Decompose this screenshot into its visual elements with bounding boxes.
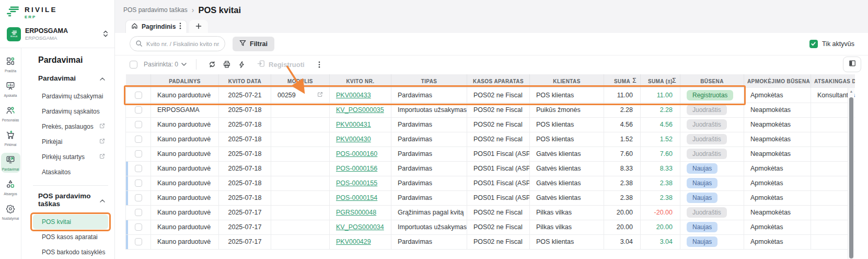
- column-header-suma[interactable]: SUMAΣ: [604, 74, 641, 88]
- table-row[interactable]: Kauno parduotuvė2025-07-18POS-0000160Par…: [126, 147, 855, 161]
- row-checkbox[interactable]: [135, 165, 142, 172]
- receipt-link[interactable]: PKV000430: [336, 136, 371, 143]
- sidebar-item-pirkėjų-sutartys[interactable]: Pirkėjų sutartys: [33, 150, 108, 164]
- row-checkbox[interactable]: [135, 106, 142, 114]
- add-tab-button[interactable]: [189, 20, 208, 33]
- vertical-scrollbar[interactable]: ▲: [848, 88, 854, 259]
- breadcrumb-parent[interactable]: POS pardavimo taškas: [123, 6, 188, 14]
- unfold-icon[interactable]: [103, 30, 108, 39]
- table-row[interactable]: Kauno parduotuvė2025-07-18PKV000430Parda…: [126, 132, 855, 147]
- table-row[interactable]: Kauno parduotuvė2025-07-2100259PKV000433…: [126, 88, 855, 103]
- rail-item-pardavimai[interactable]: Pardavimai: [1, 153, 20, 173]
- external-link-icon[interactable]: [317, 92, 323, 99]
- receipt-link[interactable]: PKV000429: [336, 238, 371, 245]
- table-row[interactable]: ERPOSGAMA2025-07-18KV_POS000035Importuot…: [126, 103, 855, 117]
- scrollbar-thumb[interactable]: [849, 97, 853, 258]
- flash-icon[interactable]: [234, 58, 249, 71]
- row-select-cell: [126, 220, 151, 234]
- row-checkbox[interactable]: [135, 194, 142, 201]
- column-header-padalinys[interactable]: PADALINYS: [151, 74, 219, 88]
- rail-item-personalas[interactable]: Personalas: [1, 104, 20, 123]
- table-row[interactable]: Kauno parduotuvė2025-07-18PKV000431Parda…: [126, 117, 855, 132]
- column-header-kvito_nr[interactable]: KVITO NR.: [330, 74, 391, 88]
- sidebar-item-label: Pirkėjai: [42, 138, 62, 145]
- sidebar-section-pos-pardavimo-taškas[interactable]: POS pardavimo taškas: [33, 186, 108, 214]
- receipt-number-cell: KV_POS000034: [330, 220, 391, 234]
- status-badge: Juodraštis: [687, 105, 727, 115]
- column-header-busena[interactable]: BŪSENA: [680, 74, 744, 88]
- rail-item-pradžia[interactable]: Pradžia: [1, 54, 20, 74]
- receipt-link[interactable]: PKV000433: [336, 92, 371, 99]
- status-badge: Juodraštis: [687, 134, 727, 144]
- sidebar-section-pardavimai[interactable]: Pardavimai: [33, 68, 108, 88]
- sidebar-item-pardavimų-užsakymai[interactable]: Pardavimų užsakymai: [33, 89, 108, 104]
- padalinys-cell: Kauno parduotuvė: [151, 190, 219, 205]
- scroll-up-icon[interactable]: ▲: [848, 88, 854, 95]
- sidebar-item-prekės-paslaugos[interactable]: Prekės, paslaugos: [33, 119, 108, 134]
- table-row[interactable]: Kauno parduotuvė2025-07-17KV_POS000034Im…: [126, 220, 855, 234]
- column-header-kvito_data[interactable]: KVITO DATA: [219, 74, 271, 88]
- rail-item-apskaita[interactable]: Apskaita: [1, 79, 20, 99]
- table-row[interactable]: Kauno parduotuvė2025-07-18POS-0000155Par…: [126, 176, 855, 190]
- row-checkbox[interactable]: [135, 150, 142, 157]
- rail-item-atsargos[interactable]: Atsargos: [1, 177, 20, 197]
- receipt-link[interactable]: KV_POS000034: [336, 223, 384, 231]
- sidebar-item-ataskaitos[interactable]: Ataskaitos: [33, 165, 108, 179]
- external-link-icon: [99, 123, 105, 130]
- row-checkbox[interactable]: [135, 121, 142, 128]
- search-input[interactable]: [130, 36, 225, 51]
- sidebar-item-pirkėjai[interactable]: Pirkėjai: [33, 134, 108, 149]
- column-header-apmokejimo_busena[interactable]: APMOKĖJIMO BŪSENA: [744, 74, 811, 88]
- row-checkbox[interactable]: [135, 92, 142, 99]
- select-all-checkbox[interactable]: [130, 61, 137, 69]
- column-header-suma_pm[interactable]: SUMA (±)Σ: [641, 74, 680, 88]
- row-checkbox[interactable]: [135, 136, 142, 143]
- refresh-icon[interactable]: [205, 58, 219, 71]
- row-select-cell: [126, 88, 151, 103]
- table-row[interactable]: Kauno parduotuvė2025-07-18POS-0000154Par…: [126, 190, 855, 205]
- sidebar-item-label: Pirkėjų sutartys: [42, 153, 85, 161]
- receipt-link[interactable]: POS-0000154: [336, 194, 377, 201]
- receipt-link[interactable]: POS-0000160: [336, 150, 377, 157]
- row-checkbox[interactable]: [135, 179, 142, 187]
- column-header-atsakingas[interactable]: ATSAKINGAS DARBUOT: [811, 74, 855, 88]
- row-checkbox[interactable]: [135, 238, 142, 245]
- table-row[interactable]: Kauno parduotuvė2025-07-17PGRS000048Grąž…: [126, 205, 855, 220]
- tab-pagrindinis[interactable]: Pagrindinis: [125, 20, 187, 33]
- column-header-klientas[interactable]: KLIENTAS: [530, 74, 604, 88]
- sum-icon[interactable]: Σ: [632, 77, 636, 84]
- column-header-kasos_aparatas[interactable]: KASOS APARATAS: [467, 74, 530, 88]
- receipt-link[interactable]: POS-0000155: [336, 179, 377, 187]
- receipt-link[interactable]: PKV000431: [336, 121, 371, 128]
- sidebar-item-pos-kasos-aparatai[interactable]: POS kasos aparatai: [33, 230, 108, 244]
- rail-item-nustatymai[interactable]: Nustatymai: [1, 202, 20, 222]
- print-icon[interactable]: [219, 58, 234, 71]
- workspace-selector[interactable]: RIVILE ERPOSGAMA ERPOSGAMA: [0, 22, 114, 48]
- column-settings-button[interactable]: [843, 57, 861, 72]
- sum-icon[interactable]: Σ: [672, 77, 676, 84]
- sidebar-item-pos-barkodo-taisyklės[interactable]: POS barkodo taisyklės: [33, 245, 108, 259]
- register-button[interactable]: Registruoti: [257, 60, 305, 69]
- sidebar-item-label: POS kvitai: [42, 218, 71, 226]
- receipt-link[interactable]: KV_POS000035: [336, 106, 384, 114]
- table-row[interactable]: Kauno parduotuvė2025-07-18POS-0000156Par…: [126, 161, 855, 176]
- receipt-link[interactable]: PGRS000048: [336, 209, 376, 216]
- filters-button[interactable]: Filtrai: [233, 37, 274, 51]
- table-row[interactable]: Kauno parduotuvė2025-07-17PKV000429Parda…: [126, 234, 855, 249]
- active-only-toggle[interactable]: Tik aktyvūs: [809, 40, 854, 48]
- rail-item-pirkimai[interactable]: Pirkimai: [1, 128, 20, 148]
- signed-amount-cell: 20.00: [641, 220, 680, 234]
- column-header-select[interactable]: [126, 74, 151, 88]
- app-logo[interactable]: RIVILE ERP: [0, 0, 114, 22]
- row-checkbox[interactable]: [135, 209, 142, 216]
- sidebar-item-pardavimų-sąskaitos[interactable]: Pardavimų sąskaitos: [33, 104, 108, 119]
- checked-checkbox-icon[interactable]: [809, 40, 818, 48]
- column-header-tipas[interactable]: TIPAS: [391, 74, 467, 88]
- column-header-modulis[interactable]: MODULIS: [271, 74, 330, 88]
- receipt-link[interactable]: POS-0000156: [336, 165, 377, 172]
- row-checkbox[interactable]: [135, 223, 142, 231]
- toolbar-kebab-icon[interactable]: [312, 58, 327, 71]
- selection-chevron-down-icon[interactable]: [181, 63, 187, 66]
- sidebar-item-pos-kvitai[interactable]: POS kvitai: [33, 215, 108, 229]
- tab-kebab-icon[interactable]: [179, 22, 181, 31]
